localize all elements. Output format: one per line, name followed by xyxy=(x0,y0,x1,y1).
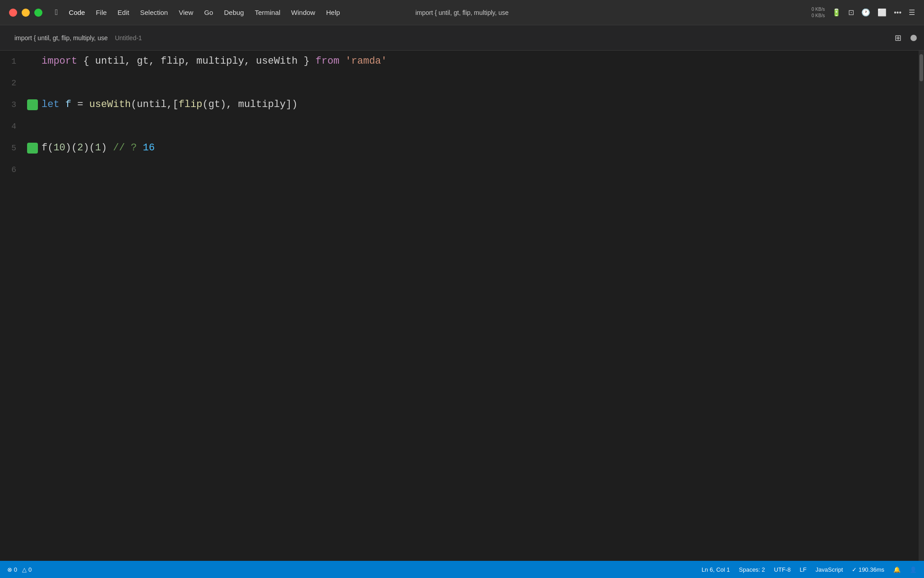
statusbar-right: Ln 6, Col 1 Spaces: 2 UTF-8 LF JavaScrip… xyxy=(702,566,917,573)
tabbar: import { until, gt, flip, multiply, use … xyxy=(0,25,924,51)
menu-item-view[interactable]: View xyxy=(179,9,193,16)
titlebar:  Code File Edit Selection View Go Debug… xyxy=(0,0,924,25)
line-number-3: 3 xyxy=(0,94,27,116)
network-info: 0 KB/s 0 KB/s xyxy=(812,6,825,19)
more-icon[interactable]: ••• xyxy=(894,9,901,17)
menu-item-terminal[interactable]: Terminal xyxy=(255,9,281,16)
traffic-lights xyxy=(9,9,42,17)
scrollbar[interactable] xyxy=(919,51,924,561)
table-row: 3 let f = useWith(until,[flip(gt), multi… xyxy=(0,94,919,116)
clock-icon: 🕐 xyxy=(861,8,870,17)
split-editor-icon[interactable]: ⊞ xyxy=(895,33,901,43)
window-title: import { until, gt, flip, multiply, use xyxy=(416,9,509,16)
code-content-3: let f = useWith(until,[flip(gt), multipl… xyxy=(42,94,919,116)
network-up: 0 KB/s xyxy=(812,6,825,13)
warning-number: 0 xyxy=(28,566,32,573)
error-number: 0 xyxy=(14,566,17,573)
eol[interactable]: LF xyxy=(799,566,806,573)
line-number-1: 1 xyxy=(0,51,27,72)
line-number-6: 6 xyxy=(0,159,27,181)
error-count[interactable]: ⊗ 0 △ 0 xyxy=(7,566,32,573)
person-icon[interactable]: 👤 xyxy=(910,566,917,573)
indentation[interactable]: Spaces: 2 xyxy=(739,566,765,573)
table-row: 6 xyxy=(0,159,919,181)
code-content-1: import { until, gt, flip, multiply, useW… xyxy=(42,51,919,72)
menu-item-edit[interactable]: Edit xyxy=(118,9,129,16)
line-number-2: 2 xyxy=(0,72,27,94)
menu-item-window[interactable]: Window xyxy=(291,9,315,16)
code-content-5: f(10)(2)(1) // ? 16 xyxy=(42,137,919,159)
menu-item-go[interactable]: Go xyxy=(204,9,213,16)
timing: ✓ 190.36ms xyxy=(852,566,884,573)
error-icon: ⊗ xyxy=(7,566,12,573)
tab-title: import { until, gt, flip, multiply, use xyxy=(14,34,108,42)
line-number-4: 4 xyxy=(0,116,27,137)
menu-item-code[interactable]: Code xyxy=(69,9,85,16)
menu-bar:  Code File Edit Selection View Go Debug… xyxy=(55,8,340,17)
menu-item-selection[interactable]: Selection xyxy=(140,9,168,16)
table-row: 5 f(10)(2)(1) // ? 16 xyxy=(0,137,919,159)
notification-icon[interactable]: 🔔 xyxy=(893,566,901,573)
editor: 1 import { until, gt, flip, multiply, us… xyxy=(0,51,924,561)
tab-right-icons: ⊞ xyxy=(895,33,917,43)
statusbar: ⊗ 0 △ 0 Ln 6, Col 1 Spaces: 2 UTF-8 LF J… xyxy=(0,561,924,578)
list-icon[interactable]: ☰ xyxy=(909,8,915,17)
code-editor[interactable]: 1 import { until, gt, flip, multiply, us… xyxy=(0,51,919,561)
battery-icon: 🔋 xyxy=(832,8,841,17)
menu-item-help[interactable]: Help xyxy=(326,9,340,16)
network-down: 0 KB/s xyxy=(812,13,825,19)
minimize-button[interactable] xyxy=(22,9,30,17)
scrollbar-thumb[interactable] xyxy=(919,54,923,81)
close-button[interactable] xyxy=(9,9,17,17)
airplay-icon: ⊡ xyxy=(848,8,854,17)
breakpoint-5[interactable] xyxy=(27,143,38,154)
maximize-button[interactable] xyxy=(34,9,42,17)
table-row: 1 import { until, gt, flip, multiply, us… xyxy=(0,51,919,72)
code-lines: 1 import { until, gt, flip, multiply, us… xyxy=(0,51,919,181)
titlebar-right: 0 KB/s 0 KB/s 🔋 ⊡ 🕐 ⬜ ••• ☰ xyxy=(812,6,915,19)
active-tab[interactable]: import { until, gt, flip, multiply, use … xyxy=(7,32,149,44)
warning-icon: △ xyxy=(22,566,27,573)
apple-icon:  xyxy=(55,8,58,17)
line-number-5: 5 xyxy=(0,137,27,159)
statusbar-left: ⊗ 0 △ 0 xyxy=(7,566,32,573)
dot-menu-icon[interactable] xyxy=(910,35,917,41)
table-row: 4 xyxy=(0,116,919,137)
menu-item-debug[interactable]: Debug xyxy=(224,9,244,16)
titlebar-left:  Code File Edit Selection View Go Debug… xyxy=(9,8,340,17)
table-row: 2 xyxy=(0,72,919,94)
breakpoint-3[interactable] xyxy=(27,99,38,110)
language-mode[interactable]: JavaScript xyxy=(816,566,843,573)
menu-item-file[interactable]: File xyxy=(96,9,106,16)
tab-filename: Untitled-1 xyxy=(115,34,142,42)
bookmark-icon: ⬜ xyxy=(878,8,887,17)
cursor-position[interactable]: Ln 6, Col 1 xyxy=(702,566,730,573)
encoding[interactable]: UTF-8 xyxy=(774,566,791,573)
